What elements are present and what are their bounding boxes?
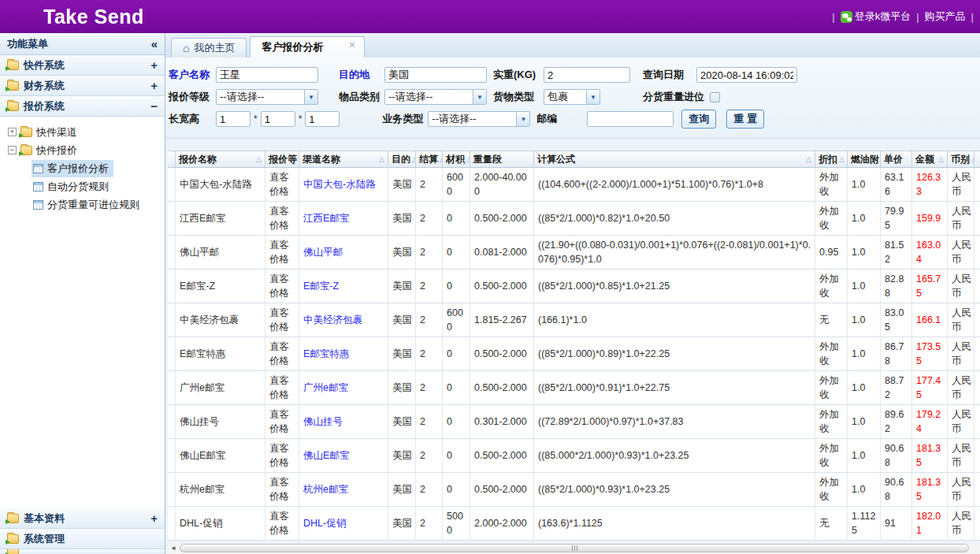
clipped-cell — [974, 405, 980, 438]
sidebar-item-finance-system[interactable]: 财务系统 + — [0, 76, 165, 96]
sort-icon[interactable]: △ — [806, 155, 811, 163]
column-header[interactable]: 目的△ — [388, 151, 416, 167]
tree-leaf-weight-carry-rule[interactable]: 分货重量可进位规则 — [0, 195, 165, 214]
table-cell: 直客价格 — [265, 236, 299, 269]
horizontal-scrollbar[interactable]: ◄ — [168, 542, 980, 554]
sidebar-item-express-system[interactable]: 快件系统 + — [0, 55, 165, 76]
channel-link[interactable]: 广州e邮宝 — [299, 371, 388, 404]
column-header[interactable]: 币别△ — [948, 151, 974, 167]
table-row[interactable]: 中国大包-水陆路直客价格中国大包-水陆路美国260002.000-40.000(… — [168, 168, 980, 202]
tree-leaf-auto-sorting-rule[interactable]: 自动分货规则 — [0, 177, 165, 195]
tree-node-express-quote[interactable]: − 快件报价 — [0, 141, 165, 159]
tree-leaf-customer-quote-analysis[interactable]: 客户报价分析 — [0, 159, 165, 177]
table-row[interactable]: 中美经济包裹直客价格中美经济包裹美国260001.815-2.267(166.1… — [168, 303, 980, 337]
length-input[interactable] — [216, 111, 251, 127]
folder-icon — [20, 128, 32, 137]
scrollbar-track[interactable] — [179, 543, 980, 553]
column-header[interactable]: 报价等 — [265, 151, 299, 167]
table-row[interactable]: E邮宝特惠直客价格E邮宝特惠美国200.500-2.000((85*2/1.00… — [168, 337, 980, 371]
sidebar-item-basic-data[interactable]: 基本资料 + — [0, 508, 165, 529]
table-row[interactable]: 杭州e邮宝直客价格杭州e邮宝美国200.500-2.000((85*2/1.00… — [168, 473, 980, 507]
column-header[interactable] — [168, 151, 176, 167]
channel-link[interactable]: 中美经济包裹 — [299, 303, 388, 336]
channel-link[interactable]: 江西E邮宝 — [299, 202, 388, 235]
sidebar-item-partial[interactable] — [0, 549, 165, 554]
column-header[interactable]: 结算△ — [416, 151, 443, 167]
tree-leaf-label: 自动分货规则 — [47, 180, 109, 194]
table-cell — [168, 168, 176, 201]
channel-link[interactable]: 佛山平邮 — [299, 236, 388, 269]
quote-level-select[interactable]: --请选择-- ▼ — [216, 89, 318, 105]
table-cell: 2 — [416, 439, 443, 472]
reset-button[interactable]: 重 置 — [726, 110, 764, 128]
tab-my-homepage[interactable]: ⌂ 我的主页 — [171, 38, 247, 58]
tree-node-express-channel[interactable]: + 快件渠道 — [0, 123, 165, 141]
tab-customer-quote-analysis[interactable]: 客户报价分析 ✕ — [250, 36, 364, 58]
channel-link[interactable]: 佛山挂号 — [299, 405, 388, 438]
customer-name-input[interactable] — [216, 67, 318, 83]
column-header[interactable]: 计算公式△ — [534, 151, 815, 167]
table-cell: 0.500-2.000 — [470, 439, 534, 472]
dropdown-arrow-icon[interactable]: ▼ — [516, 112, 529, 126]
column-header[interactable]: 重量段 — [470, 151, 534, 167]
sidebar-item-label: 快件系统 — [24, 58, 65, 73]
table-row[interactable]: 佛山平邮直客价格佛山平邮美国200.081-2.000((21.90+((0.0… — [168, 236, 980, 270]
table-cell: 2 — [416, 202, 443, 235]
collapse-sidebar-icon[interactable]: « — [151, 37, 158, 50]
sidebar: 功能菜单 « 快件系统 + 财务系统 + 报价系统 − + 快件渠道 − — [0, 33, 165, 554]
table-row[interactable]: DHL-促销直客价格DHL-促销美国250002.000-2.000(163.6… — [168, 507, 980, 541]
channel-link[interactable]: E邮宝-Z — [299, 270, 388, 303]
column-header[interactable]: 报价名称△ — [176, 151, 265, 167]
channel-link[interactable]: 佛山E邮宝 — [299, 439, 388, 472]
channel-link[interactable]: E邮宝特惠 — [299, 337, 388, 370]
column-header[interactable]: 金额△ — [912, 151, 948, 167]
table-row[interactable]: 江西E邮宝直客价格江西E邮宝美国200.500-2.000((85*2/1.00… — [168, 202, 980, 236]
close-icon[interactable]: ✕ — [348, 37, 355, 50]
zipcode-input[interactable] — [587, 111, 674, 127]
table-cell: 0.500-2.000 — [470, 371, 534, 404]
dropdown-arrow-icon[interactable]: ▼ — [304, 90, 317, 104]
sort-icon[interactable]: △ — [938, 155, 944, 163]
sidebar-item-system-management[interactable]: 系统管理 — [0, 529, 165, 549]
column-header[interactable]: 单价 — [881, 151, 912, 167]
sort-icon[interactable]: △ — [256, 155, 262, 163]
dropdown-arrow-icon[interactable]: ▼ — [473, 90, 486, 104]
table-cell: 无 — [815, 507, 848, 540]
cargo-type-select[interactable]: 包裹 ▼ — [544, 89, 600, 105]
sort-icon[interactable]: △ — [839, 155, 845, 163]
table-cell: 82.88 — [881, 270, 912, 303]
login-wechat-link[interactable]: 登录k微平台 — [841, 9, 911, 24]
table-cell: ((21.90+((0.080-0.031)/0.001+1)*0.076+((… — [534, 236, 815, 269]
height-input[interactable] — [305, 111, 340, 127]
folder-icon — [7, 81, 19, 91]
expander-minus-icon[interactable]: − — [8, 146, 17, 154]
channel-link[interactable]: 杭州e邮宝 — [299, 473, 388, 506]
table-row[interactable]: 佛山挂号直客价格佛山挂号美国200.301-2.000((72.89*2/1.0… — [168, 405, 980, 439]
business-type-select[interactable]: --请选择-- ▼ — [428, 111, 530, 127]
weight-carry-checkbox[interactable] — [710, 92, 720, 102]
channel-link[interactable]: DHL-促销 — [299, 507, 388, 540]
weight-input[interactable] — [544, 67, 630, 83]
width-input[interactable] — [261, 111, 295, 127]
table-row[interactable]: E邮宝-Z直客价格E邮宝-Z美国200.500-2.000((85*2/1.00… — [168, 270, 980, 303]
search-button[interactable]: 查询 — [681, 110, 716, 128]
table-row[interactable]: 佛山E邮宝直客价格佛山E邮宝美国200.500-2.000((85.000*2/… — [168, 439, 980, 473]
channel-link[interactable]: 中国大包-水陆路 — [299, 168, 388, 201]
table-cell: 人民币 — [948, 473, 974, 506]
query-date-input[interactable] — [696, 67, 797, 83]
destination-input[interactable] — [384, 67, 487, 83]
column-header[interactable]: 折扣△ — [815, 151, 848, 167]
table-cell: 人民币 — [948, 439, 974, 472]
sidebar-item-quote-system[interactable]: 报价系统 − — [0, 96, 165, 117]
scrollbar-thumb[interactable] — [180, 544, 969, 552]
sort-icon[interactable]: △ — [379, 155, 384, 163]
expander-plus-icon[interactable]: + — [8, 128, 17, 136]
buy-product-link[interactable]: 购买产品 — [925, 9, 966, 24]
column-header[interactable]: 燃油附△ — [848, 151, 881, 167]
table-row[interactable]: 广州e邮宝直客价格广州e邮宝美国200.500-2.000((85*2/1.00… — [168, 371, 980, 405]
column-header[interactable]: 材积△ — [443, 151, 470, 167]
dropdown-arrow-icon[interactable]: ▼ — [586, 90, 600, 104]
scroll-left-arrow[interactable]: ◄ — [168, 545, 179, 552]
column-header[interactable]: 渠道名称△ — [299, 151, 388, 167]
item-category-select[interactable]: --请选择-- ▼ — [384, 89, 487, 105]
